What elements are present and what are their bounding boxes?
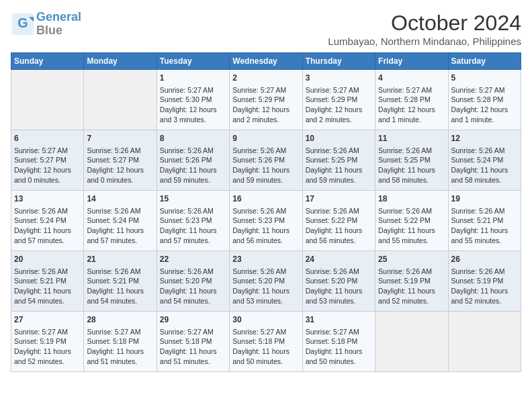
calendar-week-row: 20Sunrise: 5:26 AMSunset: 5:21 PMDayligh… — [11, 251, 521, 312]
cell-line: and 52 minutes. — [451, 296, 518, 306]
cell-line: Daylight: 11 hours — [306, 165, 372, 175]
calendar-cell: 16Sunrise: 5:26 AMSunset: 5:23 PMDayligh… — [230, 191, 302, 251]
cell-line: and 50 minutes. — [306, 357, 372, 367]
cell-line: Sunrise: 5:27 AM — [160, 85, 226, 95]
calendar-cell: 25Sunrise: 5:26 AMSunset: 5:19 PMDayligh… — [375, 251, 448, 312]
cell-line: Daylight: 11 hours — [232, 226, 299, 236]
cell-line: Sunrise: 5:26 AM — [306, 267, 372, 277]
cell-line: Sunset: 5:21 PM — [14, 276, 81, 286]
cell-line: Sunset: 5:26 PM — [232, 155, 299, 165]
cell-line: Sunrise: 5:27 AM — [160, 327, 226, 337]
cell-line: Sunrise: 5:26 AM — [87, 206, 153, 216]
cell-line: and 56 minutes. — [306, 236, 372, 246]
calendar-cell: 9Sunrise: 5:26 AMSunset: 5:26 PMDaylight… — [230, 130, 302, 191]
cell-line: Sunrise: 5:26 AM — [378, 267, 445, 277]
cell-line: and 52 minutes. — [378, 296, 445, 306]
calendar-cell: 6Sunrise: 5:27 AMSunset: 5:27 PMDaylight… — [11, 130, 84, 191]
day-number: 14 — [87, 193, 153, 205]
cell-line: Sunset: 5:30 PM — [160, 95, 226, 105]
calendar-cell: 27Sunrise: 5:27 AMSunset: 5:19 PMDayligh… — [11, 312, 84, 372]
cell-line: and 2 minutes. — [306, 115, 372, 125]
calendar-cell: 5Sunrise: 5:27 AMSunset: 5:28 PMDaylight… — [448, 70, 521, 130]
logo: G GeneralBlue — [11, 11, 81, 38]
title-area: October 2024 Lumbayao, Northern Mindanao… — [328, 11, 521, 47]
cell-line: Sunrise: 5:26 AM — [14, 206, 81, 216]
calendar-cell: 12Sunrise: 5:26 AMSunset: 5:24 PMDayligh… — [448, 130, 521, 191]
calendar-cell: 26Sunrise: 5:26 AMSunset: 5:19 PMDayligh… — [448, 251, 521, 312]
cell-line: and 57 minutes. — [14, 236, 81, 246]
cell-line: and 54 minutes. — [87, 296, 153, 306]
cell-line: and 54 minutes. — [160, 296, 226, 306]
cell-line: Sunset: 5:19 PM — [378, 276, 445, 286]
calendar-cell: 1Sunrise: 5:27 AMSunset: 5:30 PMDaylight… — [157, 70, 229, 130]
cell-line: Daylight: 11 hours — [378, 165, 445, 175]
cell-line: Sunset: 5:24 PM — [87, 216, 153, 226]
day-number: 3 — [306, 73, 372, 84]
cell-line: Sunrise: 5:27 AM — [87, 327, 153, 337]
cell-line: Daylight: 11 hours — [232, 286, 299, 296]
cell-line: Daylight: 11 hours — [160, 226, 226, 236]
calendar-cell: 13Sunrise: 5:26 AMSunset: 5:24 PMDayligh… — [11, 191, 84, 251]
cell-line: Sunset: 5:20 PM — [160, 276, 226, 286]
calendar-cell: 19Sunrise: 5:26 AMSunset: 5:21 PMDayligh… — [448, 191, 521, 251]
cell-line: Sunset: 5:19 PM — [14, 336, 81, 347]
column-header-sunday: Sunday — [11, 53, 84, 70]
cell-line: and 50 minutes. — [232, 357, 299, 367]
column-header-friday: Friday — [375, 53, 448, 70]
calendar-cell: 21Sunrise: 5:26 AMSunset: 5:21 PMDayligh… — [84, 251, 157, 312]
calendar-cell: 18Sunrise: 5:26 AMSunset: 5:22 PMDayligh… — [375, 191, 448, 251]
cell-line: Sunset: 5:18 PM — [232, 336, 299, 347]
calendar-cell — [375, 312, 448, 372]
cell-line: Sunset: 5:28 PM — [451, 95, 518, 105]
day-number: 17 — [306, 193, 372, 205]
day-number: 5 — [451, 73, 518, 84]
calendar-cell: 29Sunrise: 5:27 AMSunset: 5:18 PMDayligh… — [157, 312, 229, 372]
column-header-wednesday: Wednesday — [230, 53, 302, 70]
day-number: 27 — [14, 314, 81, 326]
cell-line: Sunrise: 5:27 AM — [232, 85, 299, 95]
logo-text: GeneralBlue — [36, 11, 81, 38]
column-header-monday: Monday — [84, 53, 157, 70]
cell-line: and 54 minutes. — [14, 296, 81, 306]
cell-line: Daylight: 11 hours — [14, 226, 81, 236]
column-header-tuesday: Tuesday — [157, 53, 229, 70]
cell-line: Sunrise: 5:26 AM — [232, 267, 299, 277]
cell-line: and 0 minutes. — [87, 175, 153, 185]
day-number: 13 — [14, 193, 81, 205]
cell-line: Daylight: 12 hours — [160, 105, 226, 115]
cell-line: Daylight: 12 hours — [87, 165, 153, 175]
cell-line: Sunrise: 5:27 AM — [14, 146, 81, 156]
day-number: 22 — [160, 254, 226, 265]
cell-line: Sunrise: 5:27 AM — [378, 85, 445, 95]
calendar-cell: 10Sunrise: 5:26 AMSunset: 5:25 PMDayligh… — [302, 130, 375, 191]
day-number: 12 — [451, 133, 518, 144]
cell-line: Sunrise: 5:26 AM — [232, 206, 299, 216]
calendar-cell: 30Sunrise: 5:27 AMSunset: 5:18 PMDayligh… — [230, 312, 302, 372]
cell-line: and 1 minute. — [451, 115, 518, 125]
day-number: 4 — [378, 73, 445, 84]
calendar-cell: 31Sunrise: 5:27 AMSunset: 5:18 PMDayligh… — [302, 312, 375, 372]
cell-line: Daylight: 12 hours — [378, 105, 445, 115]
cell-line: Sunrise: 5:26 AM — [451, 146, 518, 156]
calendar-cell: 20Sunrise: 5:26 AMSunset: 5:21 PMDayligh… — [11, 251, 84, 312]
cell-line: Daylight: 11 hours — [451, 226, 518, 236]
cell-line: Sunrise: 5:26 AM — [378, 146, 445, 156]
calendar-cell: 8Sunrise: 5:26 AMSunset: 5:26 PMDaylight… — [157, 130, 229, 191]
cell-line: Daylight: 11 hours — [14, 286, 81, 296]
day-number: 29 — [160, 314, 226, 326]
cell-line: Sunset: 5:26 PM — [160, 155, 226, 165]
cell-line: Sunset: 5:21 PM — [451, 216, 518, 226]
cell-line: Sunset: 5:18 PM — [160, 336, 226, 347]
svg-text:G: G — [17, 15, 28, 30]
cell-line: Sunset: 5:22 PM — [306, 216, 372, 226]
cell-line: and 1 minute. — [378, 115, 445, 125]
day-number: 8 — [160, 133, 226, 144]
cell-line: Sunset: 5:18 PM — [87, 336, 153, 347]
cell-line: and 51 minutes. — [160, 357, 226, 367]
cell-line: Daylight: 12 hours — [306, 105, 372, 115]
day-number: 25 — [378, 254, 445, 265]
day-number: 23 — [232, 254, 299, 265]
cell-line: Sunrise: 5:27 AM — [306, 327, 372, 337]
calendar-header-row: SundayMondayTuesdayWednesdayThursdayFrid… — [11, 53, 521, 70]
cell-line: Sunrise: 5:26 AM — [160, 146, 226, 156]
